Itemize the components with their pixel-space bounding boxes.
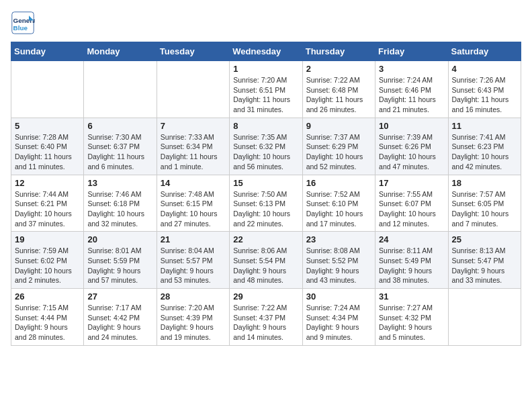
day-number: 7: [161, 121, 226, 131]
day-cell-11: 11Sunrise: 7:41 AM Sunset: 6:23 PM Dayli…: [448, 118, 521, 175]
day-number: 13: [87, 178, 152, 188]
day-number: 4: [452, 64, 517, 74]
day-info: Sunrise: 7:24 AM Sunset: 4:34 PM Dayligh…: [306, 303, 371, 342]
day-number: 20: [87, 234, 152, 244]
day-cell-13: 13Sunrise: 7:46 AM Sunset: 6:18 PM Dayli…: [84, 175, 157, 232]
day-cell-22: 22Sunrise: 8:06 AM Sunset: 5:54 PM Dayli…: [230, 232, 302, 289]
day-cell-7: 7Sunrise: 7:33 AM Sunset: 6:34 PM Daylig…: [157, 118, 229, 175]
day-info: Sunrise: 7:33 AM Sunset: 6:34 PM Dayligh…: [161, 132, 226, 172]
day-number: 22: [233, 234, 298, 244]
day-number: 19: [15, 234, 80, 244]
day-cell-23: 23Sunrise: 8:08 AM Sunset: 5:52 PM Dayli…: [302, 232, 375, 289]
day-info: Sunrise: 7:28 AM Sunset: 6:40 PM Dayligh…: [15, 132, 80, 172]
column-header-sunday: Sunday: [11, 42, 84, 61]
day-cell-25: 25Sunrise: 8:13 AM Sunset: 5:47 PM Dayli…: [448, 232, 521, 289]
day-number: 29: [233, 291, 298, 302]
day-cell-9: 9Sunrise: 7:37 AM Sunset: 6:29 PM Daylig…: [302, 118, 375, 175]
svg-text:Blue: Blue: [13, 24, 28, 32]
day-info: Sunrise: 7:24 AM Sunset: 6:46 PM Dayligh…: [379, 75, 444, 115]
day-info: Sunrise: 8:08 AM Sunset: 5:52 PM Dayligh…: [306, 246, 371, 285]
day-info: Sunrise: 7:37 AM Sunset: 6:29 PM Dayligh…: [306, 132, 371, 172]
day-number: 27: [87, 291, 152, 302]
day-number: 18: [452, 178, 517, 188]
week-row-3: 12Sunrise: 7:44 AM Sunset: 6:21 PM Dayli…: [11, 175, 521, 232]
day-cell-12: 12Sunrise: 7:44 AM Sunset: 6:21 PM Dayli…: [11, 175, 84, 232]
day-number: 10: [379, 121, 444, 131]
day-cell-20: 20Sunrise: 8:01 AM Sunset: 5:59 PM Dayli…: [84, 232, 157, 289]
day-cell-15: 15Sunrise: 7:50 AM Sunset: 6:13 PM Dayli…: [230, 175, 302, 232]
day-number: 6: [87, 121, 152, 131]
day-number: 25: [452, 234, 517, 244]
day-number: 24: [379, 234, 444, 244]
day-info: Sunrise: 7:46 AM Sunset: 6:18 PM Dayligh…: [87, 189, 152, 229]
column-header-wednesday: Wednesday: [230, 42, 302, 61]
day-cell-17: 17Sunrise: 7:55 AM Sunset: 6:07 PM Dayli…: [375, 175, 448, 232]
logo-icon: General Blue: [11, 11, 35, 35]
day-info: Sunrise: 7:41 AM Sunset: 6:23 PM Dayligh…: [452, 132, 517, 172]
day-number: 26: [15, 291, 80, 302]
day-number: 12: [15, 178, 80, 188]
day-cell-27: 27Sunrise: 7:17 AM Sunset: 4:42 PM Dayli…: [84, 289, 157, 346]
day-cell-24: 24Sunrise: 8:11 AM Sunset: 5:49 PM Dayli…: [375, 232, 448, 289]
week-row-5: 26Sunrise: 7:15 AM Sunset: 4:44 PM Dayli…: [11, 289, 521, 346]
day-info: Sunrise: 7:26 AM Sunset: 6:43 PM Dayligh…: [452, 75, 517, 115]
day-info: Sunrise: 7:30 AM Sunset: 6:37 PM Dayligh…: [87, 132, 152, 172]
day-info: Sunrise: 8:04 AM Sunset: 5:57 PM Dayligh…: [161, 246, 226, 285]
empty-cell: [84, 61, 157, 118]
svg-text:General: General: [13, 17, 35, 24]
column-header-thursday: Thursday: [302, 42, 375, 61]
day-number: 30: [306, 291, 371, 302]
day-number: 3: [379, 64, 444, 74]
day-cell-14: 14Sunrise: 7:48 AM Sunset: 6:15 PM Dayli…: [157, 175, 229, 232]
day-info: Sunrise: 7:17 AM Sunset: 4:42 PM Dayligh…: [87, 303, 152, 342]
day-cell-10: 10Sunrise: 7:39 AM Sunset: 6:26 PM Dayli…: [375, 118, 448, 175]
day-info: Sunrise: 7:59 AM Sunset: 6:02 PM Dayligh…: [15, 246, 80, 285]
day-info: Sunrise: 7:20 AM Sunset: 6:51 PM Dayligh…: [233, 75, 298, 115]
day-cell-2: 2Sunrise: 7:22 AM Sunset: 6:48 PM Daylig…: [302, 61, 375, 118]
day-info: Sunrise: 7:22 AM Sunset: 4:37 PM Dayligh…: [233, 303, 298, 342]
day-number: 9: [306, 121, 371, 131]
day-info: Sunrise: 7:35 AM Sunset: 6:32 PM Dayligh…: [233, 132, 298, 172]
column-header-saturday: Saturday: [448, 42, 521, 61]
day-cell-19: 19Sunrise: 7:59 AM Sunset: 6:02 PM Dayli…: [11, 232, 84, 289]
day-number: 23: [306, 234, 371, 244]
day-number: 28: [161, 291, 226, 302]
day-info: Sunrise: 7:22 AM Sunset: 6:48 PM Dayligh…: [306, 75, 371, 115]
day-number: 1: [233, 64, 298, 74]
day-number: 16: [306, 178, 371, 188]
day-number: 5: [15, 121, 80, 131]
day-cell-29: 29Sunrise: 7:22 AM Sunset: 4:37 PM Dayli…: [230, 289, 302, 346]
column-header-friday: Friday: [375, 42, 448, 61]
empty-cell: [157, 61, 229, 118]
day-cell-6: 6Sunrise: 7:30 AM Sunset: 6:37 PM Daylig…: [84, 118, 157, 175]
day-info: Sunrise: 8:13 AM Sunset: 5:47 PM Dayligh…: [452, 246, 517, 285]
day-info: Sunrise: 7:44 AM Sunset: 6:21 PM Dayligh…: [15, 189, 80, 229]
day-number: 21: [161, 234, 226, 244]
day-number: 17: [379, 178, 444, 188]
day-cell-1: 1Sunrise: 7:20 AM Sunset: 6:51 PM Daylig…: [230, 61, 302, 118]
day-cell-5: 5Sunrise: 7:28 AM Sunset: 6:40 PM Daylig…: [11, 118, 84, 175]
week-row-1: 1Sunrise: 7:20 AM Sunset: 6:51 PM Daylig…: [11, 61, 521, 118]
day-cell-30: 30Sunrise: 7:24 AM Sunset: 4:34 PM Dayli…: [302, 289, 375, 346]
day-cell-3: 3Sunrise: 7:24 AM Sunset: 6:46 PM Daylig…: [375, 61, 448, 118]
day-info: Sunrise: 8:01 AM Sunset: 5:59 PM Dayligh…: [87, 246, 152, 285]
empty-cell: [448, 289, 521, 346]
day-cell-31: 31Sunrise: 7:27 AM Sunset: 4:32 PM Dayli…: [375, 289, 448, 346]
week-row-2: 5Sunrise: 7:28 AM Sunset: 6:40 PM Daylig…: [11, 118, 521, 175]
day-cell-4: 4Sunrise: 7:26 AM Sunset: 6:43 PM Daylig…: [448, 61, 521, 118]
day-info: Sunrise: 7:52 AM Sunset: 6:10 PM Dayligh…: [306, 189, 371, 229]
day-info: Sunrise: 8:11 AM Sunset: 5:49 PM Dayligh…: [379, 246, 444, 285]
empty-cell: [11, 61, 84, 118]
day-info: Sunrise: 7:48 AM Sunset: 6:15 PM Dayligh…: [161, 189, 226, 229]
day-info: Sunrise: 8:06 AM Sunset: 5:54 PM Dayligh…: [233, 246, 298, 285]
day-info: Sunrise: 7:55 AM Sunset: 6:07 PM Dayligh…: [379, 189, 444, 229]
week-row-4: 19Sunrise: 7:59 AM Sunset: 6:02 PM Dayli…: [11, 232, 521, 289]
day-number: 14: [161, 178, 226, 188]
day-cell-26: 26Sunrise: 7:15 AM Sunset: 4:44 PM Dayli…: [11, 289, 84, 346]
day-cell-21: 21Sunrise: 8:04 AM Sunset: 5:57 PM Dayli…: [157, 232, 229, 289]
day-cell-8: 8Sunrise: 7:35 AM Sunset: 6:32 PM Daylig…: [230, 118, 302, 175]
column-header-tuesday: Tuesday: [157, 42, 229, 61]
calendar-header-row: SundayMondayTuesdayWednesdayThursdayFrid…: [11, 42, 521, 61]
day-info: Sunrise: 7:57 AM Sunset: 6:05 PM Dayligh…: [452, 189, 517, 229]
day-info: Sunrise: 7:50 AM Sunset: 6:13 PM Dayligh…: [233, 189, 298, 229]
